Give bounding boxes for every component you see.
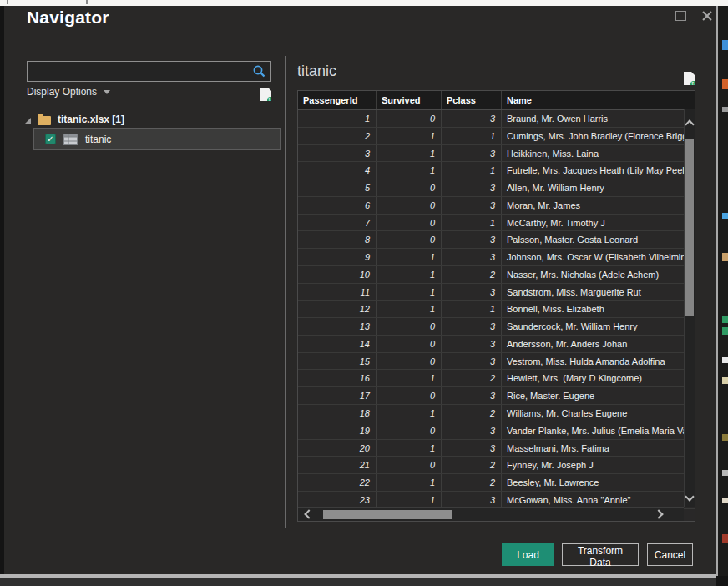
display-options-dropdown[interactable]: Display Options bbox=[27, 85, 110, 99]
column-header-survived: Survived bbox=[377, 91, 442, 109]
table-row: 1703Rice, Master. Eugene bbox=[298, 387, 695, 405]
cell-number: 3 bbox=[442, 318, 502, 335]
cell-number: 5 bbox=[298, 179, 377, 196]
cell-number: 6 bbox=[298, 197, 377, 214]
cell-name: Nasser, Mrs. Nicholas (Adele Achem) bbox=[502, 266, 695, 283]
table-row: 2102Fynney, Mr. Joseph J bbox=[298, 457, 695, 474]
refresh-badge-icon: ↻ bbox=[690, 81, 697, 88]
cell-number: 0 bbox=[377, 387, 442, 404]
cell-name: Palsson, Master. Gosta Leonard bbox=[502, 231, 695, 248]
tree-folder-row[interactable]: titanic.xlsx [1] bbox=[25, 110, 124, 129]
horizontal-scrollbar[interactable] bbox=[298, 507, 684, 521]
background-artifact bbox=[7, 0, 8, 4]
vertical-scrollbar[interactable] bbox=[684, 109, 695, 507]
cell-number: 23 bbox=[298, 492, 377, 508]
background-artifact bbox=[722, 327, 728, 335]
cell-number: 1 bbox=[298, 110, 377, 127]
cancel-button[interactable]: Cancel bbox=[647, 543, 693, 566]
table-header: PassengerId Survived Pclass Name bbox=[298, 91, 695, 110]
cell-number: 3 bbox=[298, 145, 377, 162]
tree-item-titanic[interactable]: ✓ titanic bbox=[33, 128, 281, 150]
cell-name: Rice, Master. Eugene bbox=[502, 387, 695, 404]
cell-number: 2 bbox=[442, 457, 502, 473]
table-row: 1612Hewlett, Mrs. (Mary D Kingcome) bbox=[298, 370, 695, 387]
scroll-up-icon[interactable] bbox=[685, 119, 694, 129]
preview-table: PassengerId Survived Pclass Name 103Brau… bbox=[297, 90, 695, 522]
table-row: 103Braund, Mr. Owen Harris bbox=[298, 110, 695, 128]
table-row: 1812Williams, Mr. Charles Eugene bbox=[298, 405, 695, 422]
background-page-edge bbox=[0, 0, 728, 6]
search-input[interactable] bbox=[31, 63, 250, 82]
cell-number: 14 bbox=[298, 336, 377, 352]
table-row: 313Heikkinen, Miss. Laina bbox=[298, 145, 695, 163]
cell-name: Andersson, Mr. Anders Johan bbox=[502, 336, 695, 352]
horizontal-scroll-thumb[interactable] bbox=[323, 510, 452, 519]
table-row: 411Futrelle, Mrs. Jacques Heath (Lily Ma… bbox=[298, 162, 695, 179]
cell-name: Fynney, Mr. Joseph J bbox=[502, 457, 695, 473]
page-fold bbox=[268, 88, 271, 91]
cell-number: 3 bbox=[442, 231, 502, 248]
cell-number: 0 bbox=[377, 336, 442, 352]
background-artifact bbox=[722, 253, 728, 261]
cell-name: McGowan, Miss. Anna "Annie" bbox=[502, 492, 695, 508]
transform-data-button[interactable]: Transform Data bbox=[562, 543, 639, 566]
cell-number: 1 bbox=[377, 249, 442, 265]
search-icon[interactable] bbox=[252, 64, 266, 78]
checkbox-checked[interactable]: ✓ bbox=[45, 134, 56, 144]
scroll-down-icon[interactable] bbox=[685, 492, 694, 501]
preview-title: titanic bbox=[297, 63, 336, 80]
cell-number: 3 bbox=[442, 145, 502, 162]
background-artifact bbox=[722, 316, 728, 323]
cell-name: Braund, Mr. Owen Harris bbox=[502, 110, 695, 127]
cell-name: McCarthy, Mr. Timothy J bbox=[502, 215, 695, 231]
search-box bbox=[27, 61, 271, 82]
cell-name: Masselmani, Mrs. Fatima bbox=[502, 440, 695, 457]
background-artifact bbox=[722, 498, 728, 503]
cell-number: 1 bbox=[442, 128, 502, 144]
cell-number: 0 bbox=[377, 318, 442, 335]
vertical-scroll-thumb[interactable] bbox=[685, 139, 694, 316]
cell-number: 3 bbox=[442, 387, 502, 404]
cell-number: 3 bbox=[442, 353, 502, 370]
cell-number: 1 bbox=[377, 145, 442, 162]
maximize-icon[interactable] bbox=[675, 11, 686, 21]
table-row: 503Allen, Mr. William Henry bbox=[298, 179, 695, 197]
cell-number: 1 bbox=[442, 301, 502, 317]
cell-number: 3 bbox=[442, 179, 502, 196]
table-row: 603Moran, Mr. James bbox=[298, 197, 695, 215]
scroll-left-icon[interactable] bbox=[304, 509, 313, 518]
close-icon[interactable] bbox=[700, 9, 713, 22]
cell-number: 3 bbox=[442, 422, 502, 439]
load-button[interactable]: Load bbox=[502, 543, 554, 566]
screen: Navigator Display Options ↻ titanic.xlsx… bbox=[0, 0, 728, 586]
cell-name: Saundercock, Mr. William Henry bbox=[502, 318, 695, 335]
background-bottom-strip bbox=[0, 574, 716, 586]
refresh-preview-icon[interactable]: ↻ bbox=[684, 72, 695, 85]
cell-name: Bonnell, Miss. Elizabeth bbox=[502, 301, 695, 317]
cell-name: Cumings, Mrs. John Bradley (Florence Bri… bbox=[502, 128, 695, 144]
column-header-passengerid: PassengerId bbox=[298, 91, 377, 109]
table-row: 913Johnson, Mrs. Oscar W (Elisabeth Vilh… bbox=[298, 249, 695, 266]
table-row: 1303Saundercock, Mr. William Henry bbox=[298, 318, 695, 336]
column-header-pclass: Pclass bbox=[442, 91, 502, 109]
cell-number: 18 bbox=[298, 405, 377, 422]
scroll-right-icon[interactable] bbox=[654, 509, 663, 518]
tree-expand-icon[interactable] bbox=[25, 118, 31, 124]
folder-icon bbox=[38, 116, 51, 125]
cell-number: 2 bbox=[298, 128, 377, 144]
background-artifact bbox=[86, 0, 88, 4]
panel-divider bbox=[285, 56, 286, 528]
cell-number: 3 bbox=[442, 249, 502, 265]
background-artifact bbox=[722, 357, 728, 363]
cell-number: 12 bbox=[298, 301, 377, 317]
refresh-icon[interactable]: ↻ bbox=[260, 88, 271, 101]
cell-number: 19 bbox=[298, 422, 377, 439]
cell-number: 1 bbox=[377, 370, 442, 386]
cell-number: 3 bbox=[442, 284, 502, 301]
table-body: 103Braund, Mr. Owen Harris211Cumings, Mr… bbox=[298, 110, 695, 509]
cell-number: 1 bbox=[442, 215, 502, 231]
cell-number: 11 bbox=[298, 284, 377, 301]
cell-number: 2 bbox=[442, 266, 502, 283]
cell-number: 2 bbox=[442, 474, 502, 491]
cell-name: Allen, Mr. William Henry bbox=[502, 179, 695, 196]
